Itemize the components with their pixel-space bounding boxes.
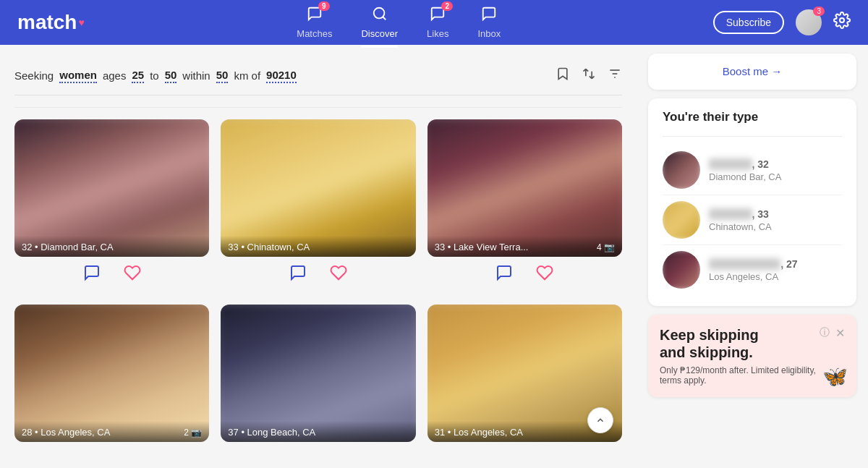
type-name-3: ██████████, 27 [709,258,798,270]
nav-matches[interactable]: 9 Matches [297,6,332,39]
profile-age-location-2: 33 • Chinatown, CA [228,242,310,252]
ad-subtitle: Only ₱129/month after. Limited eligibili… [660,365,820,386]
profile-age-location-3: 33 • Lake View Terra... [435,242,529,252]
profile-info-5: 37 • Long Beach, CA [221,421,415,442]
profile-card[interactable]: 32 • Diamond Bar, CA [14,119,209,257]
ad-info-icon[interactable]: ⓘ [820,326,830,339]
type-location-1: Diamond Bar, CA [709,171,781,182]
age-max-filter[interactable]: 50 [165,69,177,83]
profile-card[interactable]: 33 • Lake View Terra... 4 📷 [427,119,622,257]
filter-icon[interactable] [608,67,622,85]
likes-label: Likes [427,28,448,39]
bookmark-icon[interactable] [556,67,570,85]
profile-grid: 32 • Diamond Bar, CA [14,119,622,442]
type-avatar-img-3 [663,251,700,289]
type-avatar-2 [663,201,700,239]
profile-age-location-6: 31 • Los Angeles, CA [435,427,523,438]
type-info-1: ██████, 32 Diamond Bar, CA [709,158,781,182]
main-nav: 9 Matches Discover 2 Likes [297,6,501,39]
subscribe-button[interactable]: Subscribe [713,11,784,34]
inbox-label: Inbox [477,28,501,39]
sort-icon[interactable] [582,67,596,85]
their-type-card: You're their type ██████, 32 Diamond Bar… [648,98,856,306]
type-info-3: ██████████, 27 Los Angeles, CA [709,258,798,282]
matches-badge: 9 [318,1,330,11]
discover-label: Discover [361,28,398,39]
chat-button-3[interactable] [495,264,513,286]
likes-icon: 2 [430,6,446,25]
their-type-title: You're their type [663,110,842,124]
type-age-2: 33 [757,208,769,220]
user-avatar-wrapper[interactable]: 3 [796,9,822,35]
type-age-3: 27 [786,258,798,270]
photo-count-4: 2 📷 [184,427,202,438]
search-bar: Seeking women ages 25 to 50 within 50 km… [14,56,622,95]
heart-button-2[interactable] [330,264,347,286]
type-name-2: ██████, 33 [709,208,772,220]
scroll-top-button[interactable] [587,407,613,433]
profile-card[interactable]: 37 • Long Beach, CA [221,305,415,442]
content-area: Seeking women ages 25 to 50 within 50 km… [0,45,637,454]
logo: match♥ [17,11,85,34]
likes-badge: 2 [441,1,453,11]
inbox-icon [481,6,497,25]
main-layout: Seeking women ages 25 to 50 within 50 km… [0,45,868,454]
svg-point-1 [840,18,844,22]
ad-close-icon[interactable]: ✕ [835,326,845,340]
chat-button-2[interactable] [289,264,307,286]
ages-label: ages [103,69,127,82]
boost-link[interactable]: Boost me → [723,65,783,77]
heart-button-1[interactable] [124,264,141,286]
distance-filter[interactable]: 50 [216,69,229,83]
type-avatar-1 [663,151,700,189]
type-name-1: ██████, 32 [709,158,781,170]
profile-card-2-wrapper: 33 • Chinatown, CA [221,119,415,293]
divider [14,107,622,108]
boost-card: Boost me → [648,54,856,90]
ad-content: Keep skippingand skipping. Only ₱129/mon… [660,326,820,386]
header: match♥ 9 Matches Discover [0,0,868,45]
profile-actions-3 [427,257,622,293]
profile-actions-1 [14,257,209,293]
profile-card[interactable]: 28 • Los Angeles, CA 2 📷 [14,305,209,442]
matches-label: Matches [297,28,332,39]
type-person-3[interactable]: ██████████, 27 Los Angeles, CA [663,245,842,294]
profile-card[interactable]: 33 • Chinatown, CA [221,119,415,257]
discover-icon [372,6,388,25]
profile-card-4-wrapper: 28 • Los Angeles, CA 2 📷 [14,305,209,442]
type-location-2: Chinatown, CA [709,221,772,232]
nav-inbox[interactable]: Inbox [477,6,501,39]
seeking-prefix: Seeking [14,69,54,82]
heart-button-3[interactable] [536,264,553,286]
logo-heart-icon: ♥ [78,17,84,28]
type-person-2[interactable]: ██████, 33 Chinatown, CA [663,195,842,245]
zip-filter[interactable]: 90210 [266,69,297,83]
ad-controls: ⓘ ✕ [820,326,845,340]
profile-info-4: 28 • Los Angeles, CA 2 📷 [14,421,209,442]
gender-filter[interactable]: women [59,69,97,83]
profile-actions-2 [221,257,415,293]
profile-age-location-4: 28 • Los Angeles, CA [22,427,110,438]
nav-likes[interactable]: 2 Likes [427,6,448,39]
type-name-blur-2: ██████ [709,208,752,220]
type-age-1: 32 [757,158,769,170]
matches-icon: 9 [307,6,323,25]
ad-card: Keep skippingand skipping. Only ₱129/mon… [648,315,856,397]
km-label: km of [234,69,260,82]
type-person-1[interactable]: ██████, 32 Diamond Bar, CA [663,145,842,195]
ad-header: Keep skippingand skipping. Only ₱129/mon… [660,326,845,386]
svg-point-0 [373,8,384,19]
chat-button-1[interactable] [83,264,101,286]
type-info-2: ██████, 33 Chinatown, CA [709,208,772,232]
ad-decoration: 🦋 [822,365,848,388]
nav-discover[interactable]: Discover [361,6,398,39]
profile-card-6-wrapper: 31 • Los Angeles, CA [427,305,622,442]
to-label: to [150,69,159,82]
user-badge: 3 [813,7,825,16]
type-avatar-img-1 [663,151,700,189]
type-avatar-3 [663,251,700,289]
profile-info-3: 33 • Lake View Terra... 4 📷 [427,236,622,257]
settings-icon[interactable] [833,12,851,33]
sidebar: Boost me → You're their type ██████, 32 … [637,45,868,454]
age-min-filter[interactable]: 25 [132,69,144,83]
